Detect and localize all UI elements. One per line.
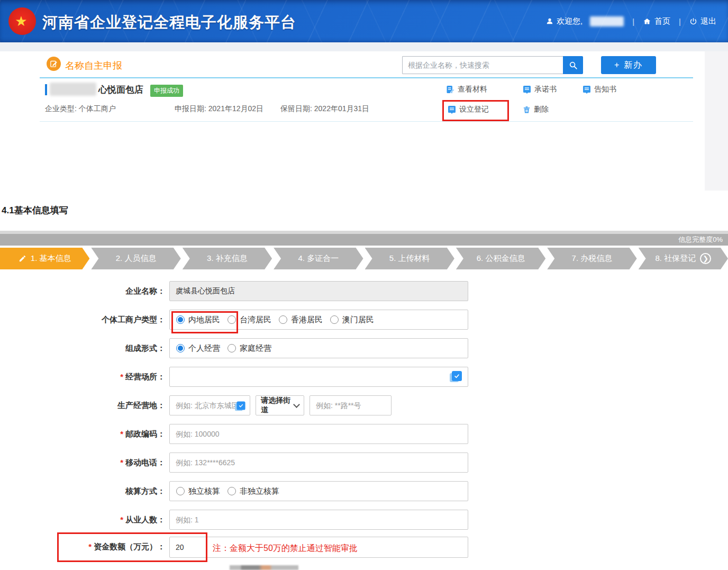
label-business-premises: *经营场所：: [32, 372, 165, 382]
action-view-materials[interactable]: 查看材料: [446, 85, 487, 94]
doc-edit-icon: [446, 85, 454, 94]
more-steps-icon[interactable]: ❯: [700, 253, 711, 264]
capital-amount-note: 注：金额大于50万的禁止通过智能审批: [213, 543, 358, 554]
action-commitment-letter[interactable]: 承诺书: [523, 85, 557, 94]
nav-separator: |: [632, 17, 634, 26]
power-icon: [689, 17, 697, 25]
action-label: 告知书: [594, 85, 616, 94]
required-marker: *: [88, 542, 92, 551]
field-business-premises: [169, 367, 468, 387]
input-production-address-2[interactable]: [310, 395, 392, 415]
form-row-composition-form: 组成形式：个人经营家庭经营: [32, 338, 487, 360]
card-side-gap: [705, 51, 728, 191]
radio-label: 非独立核算: [240, 486, 279, 496]
tab-step-7[interactable]: 7. 办税信息: [547, 248, 636, 269]
select-value: 请选择街道: [261, 396, 294, 415]
action-notification-letter[interactable]: 告知书: [583, 85, 616, 94]
tab-step-1[interactable]: 1. 基本信息: [0, 248, 89, 269]
radio-individual-type-3[interactable]: 澳门居民: [330, 315, 374, 325]
radio-selected-icon: [176, 315, 185, 324]
redacted-company-prefix: [50, 83, 96, 96]
tab-step-6[interactable]: 6. 公积金信息: [456, 248, 545, 269]
home-label: 首页: [654, 16, 670, 26]
logout-label: 退出: [700, 16, 716, 26]
page-background-band: [0, 42, 728, 51]
radio-group-accounting-method: 独立核算非独立核算: [169, 481, 468, 501]
check-icon: [452, 371, 462, 381]
tab-step-5[interactable]: 5. 上传材料: [365, 248, 454, 269]
input-business-premises[interactable]: [169, 367, 468, 387]
section-divider: [40, 77, 693, 78]
search-icon: [569, 61, 578, 70]
input-mobile-phone[interactable]: [169, 453, 468, 473]
page: ★ 河南省企业登记全程电子化服务平台 欢迎您, | 首页 | 退出 名称自主申报: [0, 0, 728, 570]
radio-individual-type-2[interactable]: 香港居民: [279, 315, 323, 325]
radio-accounting-method-0[interactable]: 独立核算: [176, 486, 220, 496]
radio-individual-type-0[interactable]: 内地居民: [176, 315, 220, 325]
field-individual-type: 内地居民台湾居民香港居民澳门居民: [169, 310, 468, 330]
action-establish-registration[interactable]: 设立登记: [448, 105, 489, 114]
field-employee-count: [169, 510, 468, 530]
address-picker-icon[interactable]: [452, 371, 462, 381]
national-emblem-logo: ★: [8, 7, 36, 35]
radio-label: 香港居民: [291, 315, 323, 325]
step-label: 3. 补充信息: [207, 254, 248, 264]
radio-label: 独立核算: [188, 486, 220, 496]
step-label: 2. 人员信息: [116, 254, 157, 264]
field-production-address: 请选择街道: [169, 395, 468, 415]
declare-section-icon: [47, 57, 61, 71]
label-capital-amount: *资金数额（万元）：: [32, 542, 165, 552]
action-label: 承诺书: [534, 85, 557, 94]
logout-link[interactable]: 退出: [689, 16, 716, 26]
field-mobile-phone: [169, 453, 468, 473]
radio-label: 个人经营: [188, 343, 220, 354]
label-business-name: 企业名称：: [32, 286, 165, 296]
action-delete[interactable]: 删除: [523, 105, 549, 114]
radio-icon: [228, 487, 236, 495]
search-input[interactable]: [402, 56, 563, 74]
label-production-address: 生产经营地：: [32, 401, 165, 411]
chevron-down-icon: [293, 401, 300, 408]
select-street[interactable]: 请选择街道: [256, 395, 304, 415]
radio-label: 澳门居民: [342, 315, 374, 325]
district-picker-icon[interactable]: [236, 401, 245, 410]
action-label: 设立登记: [459, 105, 489, 114]
step-label: 5. 上传材料: [389, 254, 430, 264]
platform-title: 河南省企业登记全程电子化服务平台: [42, 12, 296, 33]
welcome-area: 欢迎您,: [546, 16, 624, 26]
tab-step-4[interactable]: 4. 多证合一: [274, 248, 363, 269]
redacted-username: [590, 16, 624, 26]
radio-composition-form-1[interactable]: 家庭经营: [228, 343, 271, 354]
form-row-production-address: 生产经营地：请选择街道: [32, 395, 487, 418]
edit-pad-icon: [50, 60, 58, 68]
input-postal-code[interactable]: [169, 424, 468, 444]
step-label: 8. 社保登记: [655, 254, 696, 264]
radio-individual-type-1[interactable]: 台湾居民: [228, 315, 271, 325]
step-label: 1. 基本信息: [31, 254, 71, 264]
required-marker: *: [120, 429, 123, 438]
new-application-button[interactable]: + 新办: [601, 56, 656, 74]
action-label: 查看材料: [458, 85, 487, 94]
input-employee-count[interactable]: [169, 510, 468, 530]
label-individual-type: 个体工商户类型：: [32, 315, 165, 325]
doc-icon: [523, 85, 531, 94]
tab-step-3[interactable]: 3. 补充信息: [183, 248, 272, 269]
tab-step-8[interactable]: 8. 社保登记❯: [639, 248, 728, 269]
form-row-business-premises: *经营场所：: [32, 367, 487, 389]
label-mobile-phone: *移动电话：: [32, 458, 165, 468]
declare-section-title: 名称自主申报: [65, 59, 122, 72]
search-button[interactable]: [563, 56, 583, 74]
progress-label: 信息完整度0%: [678, 235, 723, 245]
status-badge: 申报成功: [150, 85, 183, 97]
radio-icon: [176, 487, 185, 495]
form-row-business-name: 企业名称：: [32, 281, 487, 303]
field-accounting-method: 独立核算非独立核算: [169, 481, 468, 501]
home-link[interactable]: 首页: [643, 16, 670, 26]
radio-icon: [228, 344, 236, 352]
record-bottom-border: [40, 121, 693, 122]
radio-composition-form-0[interactable]: 个人经营: [176, 343, 220, 354]
record-accent-bar: [45, 84, 47, 95]
required-marker: *: [120, 458, 123, 467]
radio-accounting-method-1[interactable]: 非独立核算: [228, 486, 279, 496]
tab-step-2[interactable]: 2. 人员信息: [91, 248, 180, 269]
